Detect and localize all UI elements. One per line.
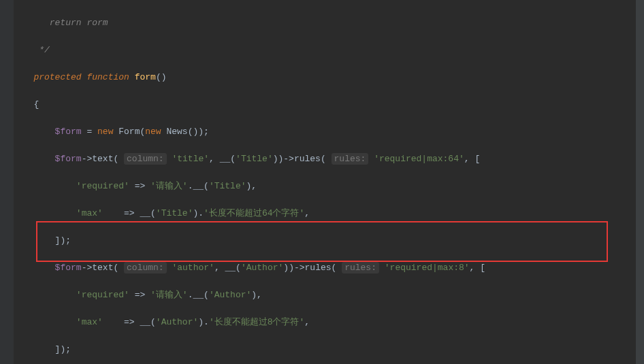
code-editor[interactable]: return rorm */ protected function form()… xyxy=(14,0,636,364)
code-line: ]); xyxy=(18,343,632,357)
code-line: */ xyxy=(18,44,632,57)
code-line: protected function form() xyxy=(18,71,632,84)
code-line: 'max' => __('Title').'长度不能超过64个字符', xyxy=(18,207,632,220)
code-line: 'max' => __('Author').'长度不能超过8个字符', xyxy=(18,316,632,329)
code-line: ]); xyxy=(18,234,632,248)
code-line: $form->text( column: 'title', __('Title'… xyxy=(18,152,632,166)
vertical-scrollbar[interactable] xyxy=(636,0,644,364)
code-line: $form = new Form(new News()); xyxy=(18,125,632,139)
editor-gutter[interactable] xyxy=(0,0,14,364)
code-line: 'required' => '请输入'.__('Title'), xyxy=(18,180,632,193)
code-line: { xyxy=(18,98,632,112)
code-line: return rorm xyxy=(18,16,632,30)
code-line: $form->text( column: 'author', __('Autho… xyxy=(18,261,632,275)
code-line: 'required' => '请输入'.__('Author'), xyxy=(18,288,632,302)
